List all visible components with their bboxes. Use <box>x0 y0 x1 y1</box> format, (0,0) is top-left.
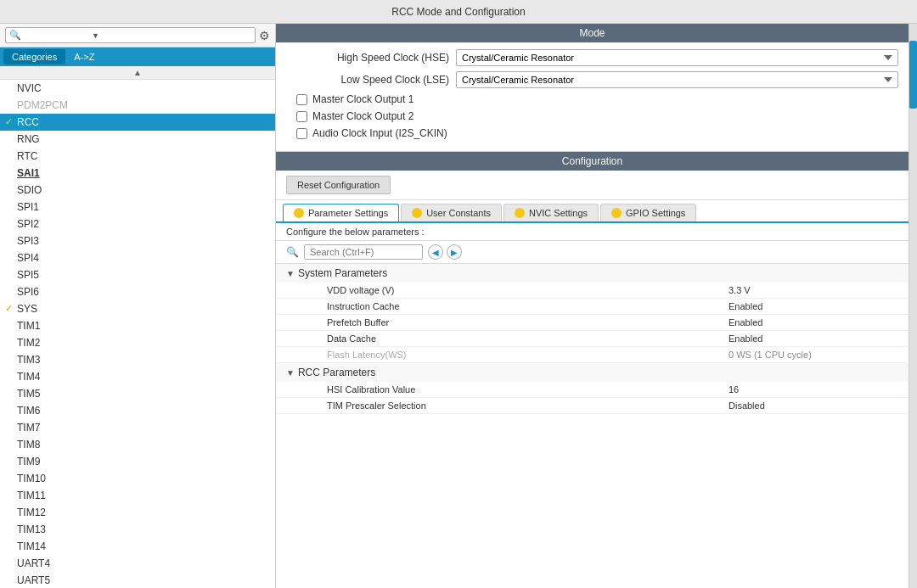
config-search-buttons: ◀ ▶ <box>428 244 462 260</box>
sidebar: 🔍 ▼ ⚙ Categories A->Z ▲ NVICPDM2PCMRCCRN… <box>0 24 276 588</box>
sidebar-item-tim4[interactable]: TIM4 <box>0 368 275 385</box>
master-clock-output-1-checkbox[interactable] <box>296 94 307 105</box>
sidebar-item-spi1[interactable]: SPI1 <box>0 199 275 216</box>
audio-clock-input-checkbox[interactable] <box>296 128 307 139</box>
sidebar-item-rng[interactable]: RNG <box>0 131 275 148</box>
config-search-bar: 🔍 ◀ ▶ <box>276 241 909 264</box>
sidebar-item-tim2[interactable]: TIM2 <box>0 334 275 351</box>
high-speed-clock-label: High Speed Clock (HSE) <box>286 52 456 64</box>
instruction-cache-name: Instruction Cache <box>327 301 729 311</box>
sidebar-item-tim13[interactable]: TIM13 <box>0 521 275 538</box>
sidebar-item-uart5[interactable]: UART5 <box>0 572 275 588</box>
sidebar-item-sai1[interactable]: SAI1 <box>0 165 275 182</box>
data-cache-value: Enabled <box>729 333 898 344</box>
audio-clock-input-row: Audio Clock Input (I2S_CKIN) <box>286 127 898 139</box>
sidebar-item-tim12[interactable]: TIM12 <box>0 504 275 521</box>
sidebar-search-input[interactable] <box>24 31 92 41</box>
sidebar-item-tim11[interactable]: TIM11 <box>0 487 275 504</box>
tab-parameter-settings[interactable]: Parameter Settings <box>283 204 399 221</box>
config-toolbar: Reset Configuration <box>276 171 909 200</box>
sidebar-item-rtc[interactable]: RTC <box>0 148 275 165</box>
sidebar-item-nvic[interactable]: NVIC <box>0 80 275 97</box>
sidebar-tabs: Categories A->Z <box>0 48 275 66</box>
reset-configuration-button[interactable]: Reset Configuration <box>286 176 391 194</box>
low-speed-clock-select[interactable]: Crystal/Ceramic Resonator <box>456 71 898 88</box>
tab-dot-gpio <box>611 208 622 218</box>
flash-latency-name: Flash Latency(WS) <box>327 350 729 360</box>
config-search-icon: 🔍 <box>286 246 299 258</box>
hsi-calibration-value: 16 <box>729 384 898 395</box>
sidebar-search-bar: 🔍 ▼ ⚙ <box>0 24 275 48</box>
data-cache-name: Data Cache <box>327 333 729 344</box>
tab-gpio-settings[interactable]: GPIO Settings <box>600 204 696 221</box>
gear-icon[interactable]: ⚙ <box>259 29 270 42</box>
tab-dot-user-constants <box>412 208 422 218</box>
scrollbar-thumb <box>909 41 917 109</box>
sidebar-item-tim3[interactable]: TIM3 <box>0 351 275 368</box>
rcc-parameters-arrow: ▼ <box>286 368 295 378</box>
sidebar-item-spi2[interactable]: SPI2 <box>0 216 275 232</box>
config-info-bar: Configure the below parameters : <box>276 223 909 241</box>
sidebar-list: NVICPDM2PCMRCCRNGRTCSAI1SDIOSPI1SPI2SPI3… <box>0 80 275 588</box>
sidebar-item-tim6[interactable]: TIM6 <box>0 402 275 419</box>
main-container: 🔍 ▼ ⚙ Categories A->Z ▲ NVICPDM2PCMRCCRN… <box>0 24 917 588</box>
config-search-next-button[interactable]: ▶ <box>447 244 462 260</box>
sidebar-item-sdio[interactable]: SDIO <box>0 182 275 199</box>
sidebar-item-spi4[interactable]: SPI4 <box>0 249 275 266</box>
config-search-prev-button[interactable]: ◀ <box>428 244 443 260</box>
sidebar-item-tim7[interactable]: TIM7 <box>0 419 275 436</box>
tim-prescaler-value: Disabled <box>729 400 898 411</box>
low-speed-clock-label: Low Speed Clock (LSE) <box>286 74 456 86</box>
hsi-calibration-row: HSI Calibration Value 16 <box>276 382 909 398</box>
mode-section: Mode High Speed Clock (HSE) Crystal/Cera… <box>276 24 909 152</box>
search-dropdown-arrow[interactable]: ▼ <box>92 31 99 40</box>
right-scrollbar[interactable] <box>909 24 917 588</box>
tim-prescaler-row: TIM Prescaler Selection Disabled <box>276 398 909 414</box>
tab-label-gpio: GPIO Settings <box>626 208 685 218</box>
master-clock-output-1-row: Master Clock Output 1 <box>286 93 898 105</box>
sidebar-item-uart4[interactable]: UART4 <box>0 555 275 572</box>
sidebar-item-sys[interactable]: SYS <box>0 300 275 317</box>
search-icon: 🔍 <box>9 30 21 41</box>
right-panel: Mode High Speed Clock (HSE) Crystal/Cera… <box>276 24 909 588</box>
low-speed-clock-row: Low Speed Clock (LSE) Crystal/Ceramic Re… <box>286 71 898 88</box>
sidebar-item-tim8[interactable]: TIM8 <box>0 436 275 453</box>
system-parameters-group-header[interactable]: ▼ System Parameters <box>276 264 909 283</box>
config-header: Configuration <box>276 152 909 171</box>
master-clock-output-1-label: Master Clock Output 1 <box>312 93 413 105</box>
sidebar-item-spi6[interactable]: SPI6 <box>0 283 275 300</box>
data-cache-row: Data Cache Enabled <box>276 331 909 347</box>
prefetch-buffer-value: Enabled <box>729 317 898 328</box>
tim-prescaler-name: TIM Prescaler Selection <box>327 400 729 411</box>
high-speed-clock-row: High Speed Clock (HSE) Crystal/Ceramic R… <box>286 49 898 66</box>
prefetch-buffer-name: Prefetch Buffer <box>327 317 729 328</box>
sidebar-item-tim9[interactable]: TIM9 <box>0 453 275 470</box>
tab-nvic-settings[interactable]: NVIC Settings <box>504 204 599 221</box>
tab-label-user-constants: User Constants <box>426 208 491 218</box>
vdd-voltage-row: VDD voltage (V) 3.3 V <box>276 283 909 299</box>
tab-dot-parameter <box>294 208 304 218</box>
system-parameters-label: System Parameters <box>298 267 387 279</box>
sidebar-item-spi3[interactable]: SPI3 <box>0 232 275 249</box>
sidebar-item-rcc[interactable]: RCC <box>0 114 275 131</box>
config-search-input[interactable] <box>304 244 423 260</box>
sidebar-item-spi5[interactable]: SPI5 <box>0 266 275 283</box>
tab-user-constants[interactable]: User Constants <box>401 204 502 221</box>
high-speed-clock-select[interactable]: Crystal/Ceramic Resonator <box>456 49 898 66</box>
tab-dot-nvic <box>515 208 525 218</box>
search-input-wrapper[interactable]: 🔍 ▼ <box>5 27 256 43</box>
hsi-calibration-name: HSI Calibration Value <box>327 384 729 395</box>
sidebar-item-tim14[interactable]: TIM14 <box>0 538 275 555</box>
rcc-parameters-group-header[interactable]: ▼ RCC Parameters <box>276 363 909 382</box>
instruction-cache-row: Instruction Cache Enabled <box>276 299 909 315</box>
master-clock-output-2-checkbox[interactable] <box>296 111 307 122</box>
flash-latency-row: Flash Latency(WS) 0 WS (1 CPU cycle) <box>276 347 909 363</box>
sidebar-item-pdm2pcm[interactable]: PDM2PCM <box>0 97 275 114</box>
tab-label-parameter: Parameter Settings <box>308 208 388 218</box>
sidebar-tab-categories[interactable]: Categories <box>3 49 65 64</box>
sidebar-collapse-arrow[interactable]: ▲ <box>0 66 275 80</box>
sidebar-item-tim1[interactable]: TIM1 <box>0 317 275 334</box>
sidebar-item-tim5[interactable]: TIM5 <box>0 385 275 402</box>
sidebar-tab-az[interactable]: A->Z <box>65 49 103 64</box>
sidebar-item-tim10[interactable]: TIM10 <box>0 470 275 487</box>
